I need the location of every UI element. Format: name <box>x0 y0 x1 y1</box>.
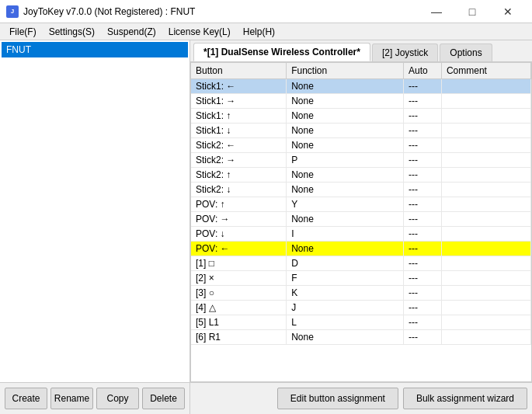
table-row[interactable]: [2] ×F--- <box>191 271 531 286</box>
cell-auto-10: --- <box>404 227 442 242</box>
profile-list: FNUT <box>0 40 190 382</box>
table-area: ButtonFunctionAutoComment Stick1: ←None-… <box>190 62 532 382</box>
title-text: JoyToKey v7.0.0 (Not Registered) : FNUT <box>23 6 195 17</box>
title-controls: — □ ✕ <box>419 0 526 23</box>
create-button[interactable]: Create <box>5 388 47 409</box>
cell-auto-1: --- <box>404 94 442 109</box>
table-row[interactable]: [5] L1L--- <box>191 315 531 330</box>
table-header-row: ButtonFunctionAutoComment <box>191 63 531 79</box>
cell-function-2: None <box>287 109 404 124</box>
cell-comment-2 <box>441 109 530 124</box>
cell-function-4: None <box>287 138 404 153</box>
table-row[interactable]: [3] ○K--- <box>191 286 531 301</box>
table-row[interactable]: Stick1: →None--- <box>191 94 531 109</box>
table-body: Stick1: ←None---Stick1: →None---Stick1: … <box>191 79 531 345</box>
menu-item-settings[interactable]: Settings(S) <box>43 25 101 39</box>
cell-comment-8 <box>441 197 530 212</box>
cell-comment-10 <box>441 227 530 242</box>
table-row[interactable]: Stick1: ←None--- <box>191 79 531 94</box>
rename-button[interactable]: Rename <box>50 388 93 409</box>
cell-auto-6: --- <box>404 168 442 183</box>
profile-item-fnut[interactable]: FNUT <box>2 42 188 57</box>
table-scroll[interactable]: ButtonFunctionAutoComment Stick1: ←None-… <box>191 63 531 381</box>
cell-button-2: Stick1: ↑ <box>191 109 287 124</box>
cell-function-14: K <box>287 286 404 301</box>
cell-button-6: Stick2: ↑ <box>191 168 287 183</box>
tab-dualsense[interactable]: *[1] DualSense Wireless Controller* <box>193 43 370 61</box>
cell-button-5: Stick2: → <box>191 153 287 168</box>
copy-button[interactable]: Copy <box>96 388 139 409</box>
cell-auto-4: --- <box>404 138 442 153</box>
cell-comment-15 <box>441 301 530 315</box>
menu-item-help[interactable]: Help(H) <box>237 25 281 39</box>
cell-button-9: POV: → <box>191 212 287 227</box>
cell-function-13: F <box>287 271 404 286</box>
cell-comment-13 <box>441 271 530 286</box>
table-row[interactable]: POV: ←None--- <box>191 242 531 256</box>
left-panel: FNUT Create Rename Copy Delete <box>0 40 190 414</box>
cell-auto-13: --- <box>404 271 442 286</box>
table-row[interactable]: Stick2: →P--- <box>191 153 531 168</box>
table-row[interactable]: Stick1: ↓None--- <box>191 124 531 138</box>
cell-auto-2: --- <box>404 109 442 124</box>
menu-item-suspend[interactable]: Suspend(Z) <box>101 25 162 39</box>
col-header-button: Button <box>191 63 287 79</box>
delete-button[interactable]: Delete <box>142 388 185 409</box>
cell-auto-9: --- <box>404 212 442 227</box>
cell-comment-14 <box>441 286 530 301</box>
cell-function-6: None <box>287 168 404 183</box>
cell-auto-7: --- <box>404 183 442 197</box>
cell-button-13: [2] × <box>191 271 287 286</box>
table-row[interactable]: POV: ↓I--- <box>191 227 531 242</box>
tab-options[interactable]: Options <box>440 43 492 61</box>
cell-comment-5 <box>441 153 530 168</box>
cell-comment-11 <box>441 242 530 256</box>
col-header-comment: Comment <box>441 63 530 79</box>
cell-button-10: POV: ↓ <box>191 227 287 242</box>
title-bar: J JoyToKey v7.0.0 (Not Registered) : FNU… <box>0 0 532 23</box>
cell-comment-17 <box>441 330 530 345</box>
main-layout: FNUT Create Rename Copy Delete *[1] Dual… <box>0 40 532 414</box>
cell-function-17: None <box>287 330 404 345</box>
col-header-function: Function <box>287 63 404 79</box>
cell-comment-16 <box>441 315 530 330</box>
table-row[interactable]: POV: ↑Y--- <box>191 197 531 212</box>
cell-comment-9 <box>441 212 530 227</box>
cell-button-14: [3] ○ <box>191 286 287 301</box>
cell-function-10: I <box>287 227 404 242</box>
edit-assignment-button[interactable]: Edit button assignment <box>277 388 398 409</box>
cell-auto-15: --- <box>404 301 442 315</box>
menu-item-file[interactable]: File(F) <box>3 25 43 39</box>
menu-item-licensekey[interactable]: License Key(L) <box>162 25 237 39</box>
table-row[interactable]: Stick2: ↓None--- <box>191 183 531 197</box>
close-button[interactable]: ✕ <box>490 0 526 23</box>
cell-auto-14: --- <box>404 286 442 301</box>
table-row[interactable]: Stick2: ↑None--- <box>191 168 531 183</box>
cell-function-3: None <box>287 124 404 138</box>
tab-joystick2[interactable]: [2] Joystick <box>372 43 438 61</box>
minimize-button[interactable]: — <box>419 0 454 23</box>
cell-auto-3: --- <box>404 124 442 138</box>
cell-function-8: Y <box>287 197 404 212</box>
cell-auto-5: --- <box>404 153 442 168</box>
maximize-button[interactable]: □ <box>454 0 490 23</box>
bulk-wizard-button[interactable]: Bulk assignment wizard <box>403 388 527 409</box>
table-row[interactable]: [4] △J--- <box>191 301 531 315</box>
cell-button-11: POV: ← <box>191 242 287 256</box>
cell-button-3: Stick1: ↓ <box>191 124 287 138</box>
table-row[interactable]: Stick1: ↑None--- <box>191 109 531 124</box>
tab-bar: *[1] DualSense Wireless Controller*[2] J… <box>190 40 532 62</box>
table-row[interactable]: POV: →None--- <box>191 212 531 227</box>
table-row[interactable]: Stick2: ←None--- <box>191 138 531 153</box>
col-header-auto: Auto <box>404 63 442 79</box>
cell-button-0: Stick1: ← <box>191 79 287 94</box>
table-row[interactable]: [1] □D--- <box>191 256 531 271</box>
cell-auto-0: --- <box>404 79 442 94</box>
button-table: ButtonFunctionAutoComment Stick1: ←None-… <box>191 63 531 345</box>
cell-function-7: None <box>287 183 404 197</box>
menu-bar: File(F)Settings(S)Suspend(Z)License Key(… <box>0 23 532 40</box>
left-panel-buttons: Create Rename Copy Delete <box>0 382 190 414</box>
cell-comment-12 <box>441 256 530 271</box>
table-row[interactable]: [6] R1None--- <box>191 330 531 345</box>
cell-comment-0 <box>441 79 530 94</box>
